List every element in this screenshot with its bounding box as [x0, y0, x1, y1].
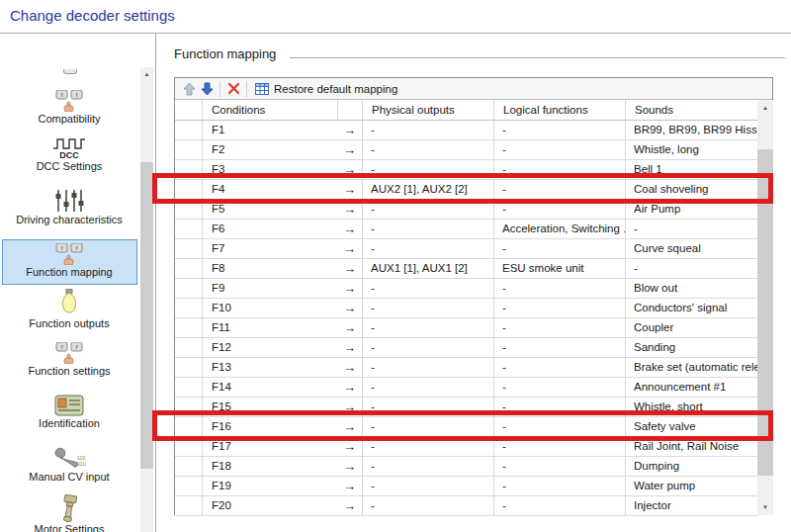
sidebar-item-function-outputs[interactable]: Function outputs	[0, 289, 138, 330]
table-row[interactable]: F4→AUX2 [1], AUX2 [2]-Coal shoveling	[175, 180, 757, 200]
physical-outputs-cell[interactable]: -	[363, 140, 494, 159]
table-row[interactable]: F15→--Whistle, short	[175, 398, 757, 417]
physical-outputs-cell[interactable]: -	[363, 477, 494, 495]
sounds-cell[interactable]: Blow out	[626, 279, 757, 298]
sounds-cell[interactable]: Whistle, short	[626, 398, 757, 416]
logical-functions-cell[interactable]: ESU smoke unit	[494, 259, 626, 278]
table-row[interactable]: F10→--Conductors' signal	[175, 299, 757, 318]
table-row[interactable]: F9→--Blow out	[175, 279, 757, 299]
logical-functions-cell[interactable]: -	[494, 200, 626, 219]
condition-cell[interactable]: F11→	[203, 318, 363, 337]
condition-cell[interactable]: F19→	[203, 477, 363, 495]
sidebar-item-manual-cv-input[interactable]: 11010 01101 Manual CV input	[0, 444, 138, 484]
table-row[interactable]: F5→--Air Pump	[175, 200, 757, 220]
physical-outputs-cell[interactable]: -	[363, 398, 494, 416]
sounds-cell[interactable]: Rail Joint, Rail Noise	[626, 437, 757, 456]
sounds-cell[interactable]: Conductors' signal	[626, 299, 757, 317]
row-selector-cell[interactable]	[175, 496, 203, 515]
sounds-cell[interactable]: Coal shoveling	[626, 180, 757, 199]
table-row[interactable]: F11→--Coupler	[175, 318, 757, 338]
condition-cell[interactable]: F12→	[203, 338, 363, 357]
table-row[interactable]: F16→--Safety valve	[175, 417, 757, 437]
sidebar-item-function-mapping[interactable]: f f Function mapping	[0, 243, 138, 279]
condition-cell[interactable]: F10→	[203, 299, 363, 317]
condition-cell[interactable]: F14→	[203, 378, 363, 397]
physical-outputs-cell[interactable]: AUX1 [1], AUX1 [2]	[363, 259, 494, 278]
sidebar-item-compatibility[interactable]: f f Compatibility	[0, 90, 138, 126]
scroll-down-icon[interactable]: ▼	[757, 499, 773, 515]
header-sounds[interactable]: Sounds	[626, 100, 757, 120]
sounds-cell[interactable]: Sanding	[626, 338, 757, 357]
physical-outputs-cell[interactable]: -	[363, 220, 494, 238]
condition-cell[interactable]: F1→	[203, 121, 363, 139]
row-selector-cell[interactable]	[175, 180, 203, 199]
header-logical-functions[interactable]: Logical functions	[494, 100, 626, 120]
table-row[interactable]: F19→--Water pump	[175, 477, 757, 496]
row-selector-cell[interactable]	[175, 140, 203, 159]
physical-outputs-cell[interactable]: -	[363, 279, 494, 298]
table-row[interactable]: F2→--Whistle, long	[175, 140, 757, 160]
logical-functions-cell[interactable]: Acceleration, Switching ...	[494, 220, 626, 238]
sidebar-scrollbar[interactable]: ▲	[140, 67, 153, 532]
physical-outputs-cell[interactable]: -	[363, 299, 494, 317]
physical-outputs-cell[interactable]: -	[363, 457, 494, 476]
physical-outputs-cell[interactable]: -	[363, 121, 494, 139]
row-selector-cell[interactable]	[175, 378, 203, 397]
logical-functions-cell[interactable]: -	[494, 417, 626, 436]
physical-outputs-cell[interactable]: -	[363, 496, 494, 515]
row-selector-cell[interactable]	[175, 417, 203, 436]
condition-cell[interactable]: F20→	[203, 496, 363, 515]
physical-outputs-cell[interactable]: -	[363, 358, 494, 377]
logical-functions-cell[interactable]: -	[494, 477, 626, 495]
table-row[interactable]: F14→--Announcement #1	[175, 378, 757, 398]
row-selector-cell[interactable]	[175, 398, 203, 416]
row-selector-cell[interactable]	[175, 259, 203, 278]
table-row[interactable]: F18→--Dumping	[175, 457, 757, 477]
row-selector-cell[interactable]	[175, 279, 203, 298]
table-row[interactable]: F6→-Acceleration, Switching ...-	[175, 220, 757, 239]
table-row[interactable]: F13→--Brake set (automatic rele...	[175, 358, 757, 378]
row-selector-cell[interactable]	[175, 239, 203, 258]
move-down-button[interactable]	[198, 80, 216, 98]
table-row[interactable]: F8→AUX1 [1], AUX1 [2]ESU smoke unit-	[175, 259, 757, 279]
table-row[interactable]: F7→--Curve squeal	[175, 239, 757, 259]
physical-outputs-cell[interactable]: -	[363, 239, 494, 258]
physical-outputs-cell[interactable]: -	[363, 378, 494, 397]
sidebar-item-function-settings[interactable]: f f Function settings	[0, 342, 138, 378]
condition-cell[interactable]: F9→	[203, 279, 363, 298]
sounds-cell[interactable]: BR99, BR99, BR99 Hiss + ...	[626, 121, 757, 139]
row-selector-cell[interactable]	[175, 160, 203, 179]
logical-functions-cell[interactable]: -	[494, 299, 626, 317]
table-row[interactable]: F1→--BR99, BR99, BR99 Hiss + ...	[175, 121, 757, 140]
row-selector-cell[interactable]	[175, 437, 203, 456]
condition-cell[interactable]: F6→	[203, 220, 363, 238]
physical-outputs-cell[interactable]: AUX2 [1], AUX2 [2]	[363, 180, 494, 199]
physical-outputs-cell[interactable]: -	[363, 338, 494, 357]
logical-functions-cell[interactable]: -	[494, 378, 626, 397]
table-row[interactable]: F3→--Bell 1	[175, 160, 757, 180]
row-selector-cell[interactable]	[175, 338, 203, 357]
sounds-cell[interactable]: Air Pump	[626, 200, 757, 219]
logical-functions-cell[interactable]: -	[494, 338, 626, 357]
logical-functions-cell[interactable]: -	[494, 121, 626, 139]
logical-functions-cell[interactable]: -	[494, 398, 626, 416]
row-selector-cell[interactable]	[175, 220, 203, 238]
logical-functions-cell[interactable]: -	[494, 437, 626, 456]
table-row[interactable]: F20→--Injector	[175, 496, 757, 516]
logical-functions-cell[interactable]: -	[494, 457, 626, 476]
table-scrollbar[interactable]: ▲ ▼	[757, 100, 773, 515]
restore-default-mapping-button[interactable]: Restore default mapping	[251, 80, 401, 98]
row-selector-cell[interactable]	[175, 358, 203, 377]
delete-mapping-button[interactable]	[224, 80, 242, 98]
condition-cell[interactable]: F15→	[203, 398, 363, 416]
scroll-up-icon[interactable]: ▲	[140, 67, 153, 82]
row-selector-cell[interactable]	[175, 121, 203, 139]
condition-cell[interactable]: F7→	[203, 239, 363, 258]
row-selector-cell[interactable]	[175, 200, 203, 219]
sounds-cell[interactable]: Coupler	[626, 318, 757, 337]
logical-functions-cell[interactable]: -	[494, 318, 626, 337]
physical-outputs-cell[interactable]: -	[363, 417, 494, 436]
logical-functions-cell[interactable]: -	[494, 496, 626, 515]
condition-cell[interactable]: F5→	[203, 200, 363, 219]
condition-cell[interactable]: F16→	[203, 417, 363, 436]
